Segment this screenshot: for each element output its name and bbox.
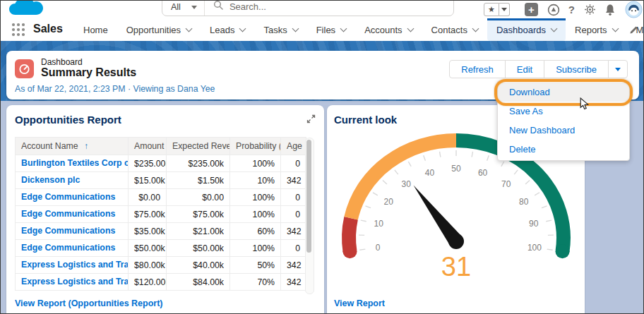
favorites-caret-button[interactable] <box>499 3 510 16</box>
column-header-age[interactable]: Age <box>281 138 306 155</box>
tab-tasks[interactable]: Tasks <box>254 18 306 41</box>
tab-opportunities[interactable]: Opportunities <box>117 18 201 41</box>
favorites-group: ★ <box>484 3 510 16</box>
svg-text:20: 20 <box>384 197 394 207</box>
account-link[interactable]: Edge Communications <box>21 192 115 202</box>
tab-reports[interactable]: Reports <box>566 18 627 41</box>
column-header-expected-reven[interactable]: Expected Reven... <box>167 138 230 155</box>
guidance-center-icon[interactable] <box>547 4 560 16</box>
cell-value: 0 <box>281 155 306 172</box>
menu-item-save-as[interactable]: Save As <box>498 102 629 121</box>
tab-contacts[interactable]: Contacts <box>422 18 487 41</box>
search-scope-selector[interactable]: All <box>162 2 204 16</box>
menu-item-new-dashboard[interactable]: New Dashboard <box>498 121 629 140</box>
svg-text:30: 30 <box>402 179 412 189</box>
cell-value: $0.00 <box>167 189 230 206</box>
cell-value: $120.00k <box>129 274 167 291</box>
account-link[interactable]: Express Logistics and Transport <box>21 260 129 270</box>
tab-accounts[interactable]: Accounts <box>355 18 422 41</box>
svg-text:100: 100 <box>527 243 542 253</box>
user-avatar[interactable] <box>624 1 643 18</box>
cell-value: 70% <box>230 274 281 291</box>
favorites-star-button[interactable]: ★ <box>484 3 499 16</box>
cell-value: 342 <box>281 172 306 189</box>
tab-dashboards[interactable]: Dashboards <box>487 18 566 41</box>
edit-navigation-pencil-icon[interactable] <box>629 25 638 37</box>
column-header-probability[interactable]: Probability (... <box>230 138 281 155</box>
tab-label: Opportunities <box>126 25 181 35</box>
cell-value: 342 <box>281 274 306 291</box>
global-actions-button[interactable]: + <box>525 3 538 16</box>
entity-type-label: Dashboard <box>41 57 83 67</box>
more-actions-dropdown-button[interactable] <box>608 60 628 78</box>
cell-value: 0 <box>281 240 306 257</box>
opportunities-report-card: Opportunities Report Account Name ↑Amoun… <box>6 105 324 314</box>
tab-home[interactable]: Home <box>74 18 117 41</box>
search-icon <box>213 1 223 13</box>
dashboard-meta-text: As of Mar 22, 2021, 2:23 PM · Viewing as… <box>15 84 215 94</box>
cell-value: $0.00 <box>129 189 167 206</box>
cell-value: 10% <box>230 172 281 189</box>
svg-text:0: 0 <box>376 243 381 253</box>
cell-value: $75.00k <box>129 206 167 223</box>
cell-value: $21.00k <box>167 223 230 240</box>
header-actions: ★ + ? <box>484 1 644 18</box>
notifications-bell-icon[interactable] <box>604 4 616 16</box>
chevron-down-icon <box>340 25 347 32</box>
cell-value: $50.00k <box>167 240 230 257</box>
tab-label: Reports <box>575 25 607 35</box>
nav-tabs: HomeOpportunitiesLeadsTasksFilesAccounts… <box>74 18 644 41</box>
search-scope-label: All <box>171 2 181 12</box>
search-input[interactable]: Search... <box>205 1 453 16</box>
cell-value: $50.00k <box>129 240 167 257</box>
refresh-button[interactable]: Refresh <box>449 60 506 78</box>
cell-value: $35.00k <box>129 223 167 240</box>
account-link[interactable]: Edge Communications <box>21 209 115 219</box>
view-report-link-gauge[interactable]: View Report <box>334 298 385 308</box>
setup-gear-icon[interactable] <box>584 4 596 16</box>
table-row: Express Logistics and Transport$120.00k$… <box>16 274 306 291</box>
menu-item-download[interactable]: Download <box>498 83 629 102</box>
cell-value: $75.00k <box>167 206 230 223</box>
expand-report-button[interactable] <box>306 114 316 126</box>
chevron-down-icon <box>472 25 479 32</box>
svg-text:10: 10 <box>374 219 384 229</box>
account-link[interactable]: Burlington Textiles Corp of America <box>21 158 129 168</box>
svg-text:31: 31 <box>441 252 471 282</box>
table-scrollbar[interactable] <box>305 138 314 294</box>
svg-text:40: 40 <box>425 168 435 178</box>
plus-icon: + <box>528 4 535 15</box>
account-link[interactable]: Edge Communications <box>21 243 115 253</box>
column-header-account-name[interactable]: Account Name ↑ <box>16 138 129 155</box>
cell-value: $1.50k <box>167 172 230 189</box>
dashboard-more-actions-menu: DownloadSave AsNew DashboardDelete <box>497 80 630 161</box>
app-name: Sales <box>33 23 63 35</box>
cursor-pointer-icon <box>580 97 590 113</box>
tab-files[interactable]: Files <box>307 18 355 41</box>
table-row: Burlington Textiles Corp of America$235.… <box>16 155 306 172</box>
view-report-link-opportunities[interactable]: View Report (Opportunities Report) <box>15 298 163 308</box>
menu-item-delete[interactable]: Delete <box>498 140 629 159</box>
edit-button[interactable]: Edit <box>505 60 544 78</box>
chevron-down-icon <box>186 25 193 32</box>
salesforce-logo <box>6 1 46 18</box>
table-row: Express Logistics and Transport$80.00k$4… <box>16 257 306 274</box>
scrollbar-thumb[interactable] <box>306 140 311 253</box>
tab-label: Accounts <box>364 25 402 35</box>
account-link[interactable]: Dickenson plc <box>21 175 80 185</box>
chevron-down-icon <box>551 25 558 32</box>
chevron-down-icon <box>239 25 246 32</box>
subscribe-button[interactable]: Subscribe <box>544 60 609 78</box>
tab-leads[interactable]: Leads <box>201 18 254 41</box>
chevron-down-icon <box>612 25 619 32</box>
tab-label: Contacts <box>431 25 467 35</box>
account-link[interactable]: Edge Communications <box>21 226 115 236</box>
table-row: Edge Communications$35.00k$21.00k60%342 <box>16 223 306 240</box>
tab-label: Dashboards <box>496 25 546 35</box>
tab-label: Tasks <box>263 25 287 35</box>
app-launcher-icon[interactable] <box>12 23 25 36</box>
help-icon[interactable]: ? <box>568 4 575 16</box>
column-header-amount[interactable]: Amount <box>129 138 167 155</box>
account-link[interactable]: Express Logistics and Transport <box>21 277 129 286</box>
caret-down-icon <box>615 68 621 71</box>
